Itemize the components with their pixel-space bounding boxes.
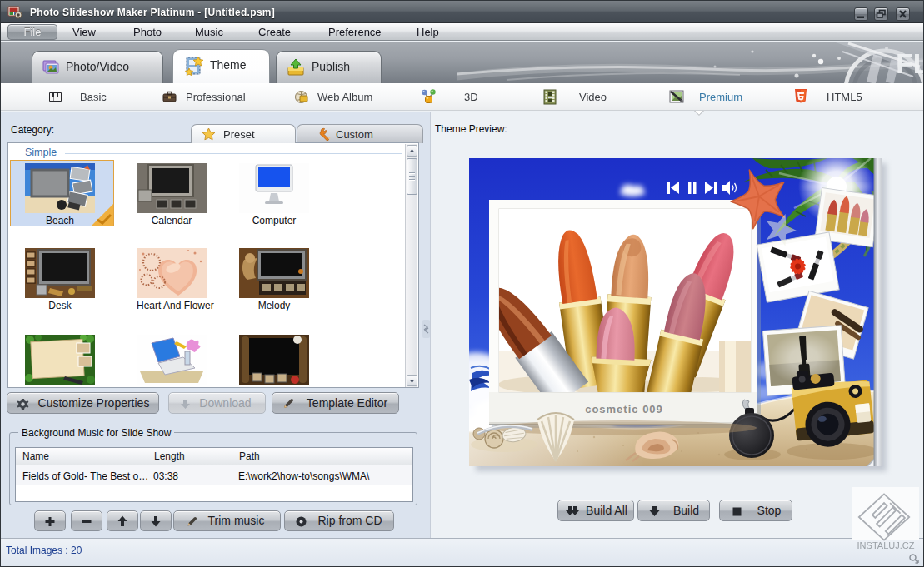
svg-text:FL: FL (896, 47, 923, 79)
